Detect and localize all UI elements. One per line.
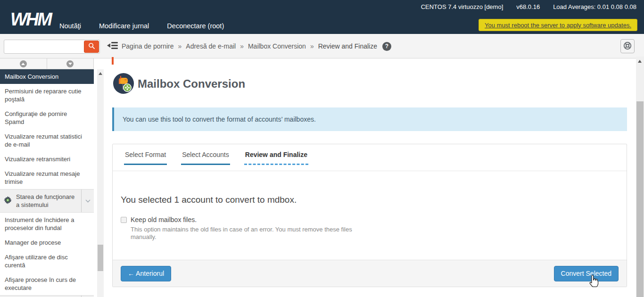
sidebar-item-background-process-killer[interactable]: Instrument de închidere a proceselor din… — [0, 213, 94, 235]
main-scrollbar[interactable] — [636, 57, 644, 297]
sidebar-section-label: Starea de funcţionare a sistemului — [16, 193, 79, 209]
masthead-nav: Noutăţi Modificare jurnal Deconectare (r… — [59, 22, 224, 30]
keep-old-files-row: Keep old mailbox files. — [121, 216, 619, 223]
host-info-row: CENTOS 7.4 virtuozzo [demo] v68.0.16 Loa… — [421, 3, 636, 10]
sidebar-item-mail-statistics[interactable]: Vizualizare rezumat statistici de e-mail — [0, 129, 94, 152]
sidebar-item-running-processes[interactable]: Afişare procese în curs de executare — [0, 272, 94, 295]
previous-button[interactable]: ← Anteriorul — [121, 266, 171, 281]
sidebar-section-cpanel[interactable]: cP cPanel — [0, 295, 94, 297]
tab-select-format[interactable]: Select Format — [124, 151, 167, 165]
tab-select-accounts[interactable]: Select Accounts — [181, 151, 230, 165]
help-icon[interactable]: ? — [382, 42, 391, 51]
sidebar-scrollbar[interactable] — [97, 69, 104, 297]
reboot-notice-button[interactable]: You must reboot the server to apply soft… — [479, 19, 637, 31]
keep-old-files-label[interactable]: Keep old mailbox files. — [131, 216, 197, 223]
sidebar-item-process-manager[interactable]: Manager de procese — [0, 235, 94, 250]
sidebar-menu: Mailbox Conversion Permisiuni de reparar… — [0, 69, 94, 297]
wizard-tabs: Select Format Select Accounts Review and… — [113, 144, 627, 171]
breadcrumb-mailbox-conversion[interactable]: Mailbox Conversion — [248, 42, 306, 50]
sidebar-item-mailbox-conversion[interactable]: Mailbox Conversion — [0, 69, 94, 84]
sidebar-item-mailbox-repair[interactable]: Permisiuni de reparare cutie poştală — [0, 84, 94, 107]
support-button[interactable] — [620, 39, 635, 53]
masthead: CENTOS 7.4 virtuozzo [demo] v68.0.16 Loa… — [0, 0, 644, 34]
collapse-sidebar-button[interactable] — [106, 39, 120, 53]
sidebar-scroll-up-button[interactable] — [0, 58, 47, 69]
breadcrumb-separator: » — [240, 42, 244, 50]
breadcrumb-home[interactable]: Pagina de pornire — [122, 42, 174, 50]
breadcrumb-separator: » — [310, 42, 314, 50]
sidebar-item-disk-usage[interactable]: Afişare utilizare de disc curentă — [0, 250, 94, 272]
page-title: Mailbox Conversion — [138, 77, 245, 91]
wizard-card: Select Format Select Accounts Review and… — [112, 144, 627, 287]
search-button[interactable] — [84, 41, 99, 53]
chevron-down-icon[interactable] — [81, 190, 94, 212]
scrollbar-up-arrow[interactable] — [99, 72, 102, 75]
load-averages: Load Averages: 0.01 0.08 0.08 — [553, 3, 636, 10]
sidebar-item-sent-summary[interactable]: Vizualizare rezumat mesaje trimise — [0, 166, 94, 189]
nav-news-link[interactable]: Noutăţi — [59, 22, 81, 30]
mailbox-conversion-icon — [113, 73, 134, 94]
toolbar: Pagina de pornire » Adresă de e-mail » M… — [0, 34, 644, 58]
system-info: CENTOS 7.4 virtuozzo [demo] — [421, 3, 504, 10]
whm-app: CENTOS 7.4 virtuozzo [demo] v68.0.16 Loa… — [0, 0, 644, 297]
nav-logout-link[interactable]: Deconectare (root) — [167, 22, 224, 30]
keep-old-files-checkbox[interactable] — [121, 217, 127, 223]
wizard-body: You selected 1 account to convert to mdb… — [113, 171, 627, 241]
gear-icon — [4, 196, 12, 206]
loading-indicator — [112, 57, 114, 65]
breadcrumb-separator: » — [178, 42, 182, 50]
tab-review-finalize[interactable]: Review and Finalize — [244, 151, 308, 165]
keep-old-files-help: This option maintains the old files in c… — [131, 226, 357, 241]
info-callout: You can use this tool to convert the for… — [112, 107, 627, 131]
scroll-up-icon — [20, 60, 27, 67]
conversion-summary: You selected 1 account to convert to mdb… — [121, 195, 619, 205]
breadcrumb: Pagina de pornire » Adresă de e-mail » M… — [122, 39, 391, 53]
sidebar-search — [4, 40, 100, 54]
breadcrumb-current: Review and Finalize — [318, 42, 377, 50]
breadcrumb-email[interactable]: Adresă de e-mail — [186, 42, 236, 50]
convert-selected-button[interactable]: Convert Selected — [554, 266, 619, 281]
scrollbar-up-arrow[interactable] — [638, 60, 642, 63]
sidebar-scroll-down-button[interactable] — [47, 58, 94, 69]
sidebar-item-view-relayers[interactable]: Vizualizare retransmiteri — [0, 152, 94, 166]
whm-logo[interactable]: WHM — [10, 10, 51, 28]
info-message: You can use this tool to convert the for… — [123, 116, 316, 123]
nav-changelog-link[interactable]: Modificare jurnal — [99, 22, 149, 30]
sidebar-item-spamd-config[interactable]: Configuraţie de pornire Spamd — [0, 107, 94, 129]
search-icon — [88, 42, 95, 51]
collapse-menu-icon — [107, 41, 118, 51]
sidebar-section-system-health[interactable]: Starea de funcţionare a sistemului — [0, 189, 94, 213]
whm-version: v68.0.16 — [516, 3, 540, 10]
scroll-down-icon — [66, 60, 74, 67]
lifesaver-icon — [623, 41, 632, 52]
sidebar-scroll-buttons — [0, 58, 94, 69]
scrollbar-thumb[interactable] — [636, 101, 644, 297]
wizard-footer: ← Anteriorul Convert Selected — [113, 260, 627, 287]
scrollbar-thumb[interactable] — [98, 245, 103, 271]
